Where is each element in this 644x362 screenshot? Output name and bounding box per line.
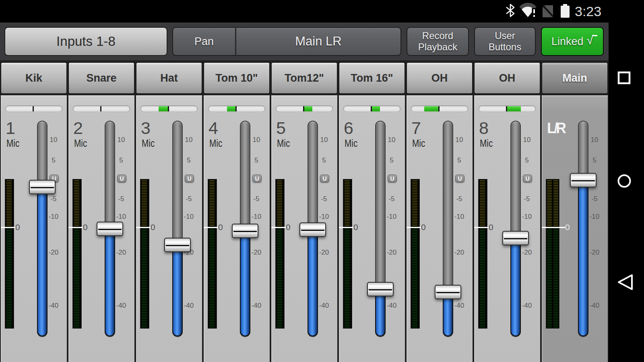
svg-text:3:23: 3:23 [575, 4, 601, 19]
